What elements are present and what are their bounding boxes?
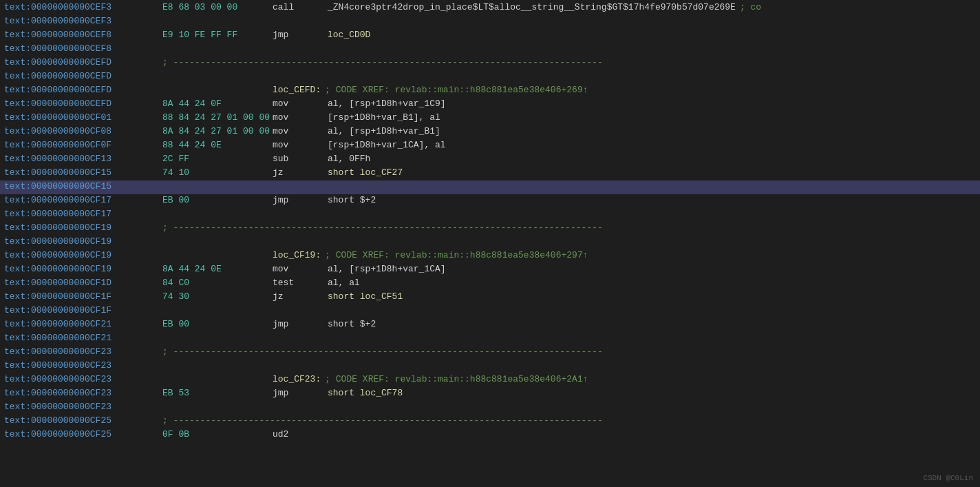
disassembly-view: text:00000000000CEF3E8 68 03 00 00call_Z… bbox=[0, 0, 980, 487]
operand: al, al bbox=[328, 277, 360, 290]
disasm-line[interactable]: text:00000000000CEFD bbox=[0, 70, 980, 84]
label: loc_CF23: bbox=[273, 373, 321, 386]
address: text:00000000000CF19 bbox=[4, 236, 162, 249]
disasm-line[interactable]: text:00000000000CF23 bbox=[0, 401, 980, 415]
disasm-line[interactable]: text:00000000000CEF3 bbox=[0, 15, 980, 29]
disasm-line[interactable]: text:00000000000CF23loc_CF23: ; CODE XRE… bbox=[0, 373, 980, 387]
disasm-line[interactable]: text:00000000000CF088A 84 24 27 01 00 00… bbox=[0, 125, 980, 139]
disasm-line[interactable]: text:00000000000CEF8E9 10 FE FF FFjmploc… bbox=[0, 29, 980, 43]
operand: short loc_CF78 bbox=[328, 387, 403, 400]
disasm-line[interactable]: text:00000000000CF198A 44 24 0Emoval, [r… bbox=[0, 263, 980, 277]
disasm-line[interactable]: text:00000000000CF1F74 30jzshort loc_CF5… bbox=[0, 291, 980, 304]
disasm-line[interactable]: text:00000000000CEF3E8 68 03 00 00call_Z… bbox=[0, 1, 980, 15]
disasm-line[interactable]: text:00000000000CF25; ------------------… bbox=[0, 415, 980, 428]
disasm-line[interactable]: text:00000000000CF1D84 C0testal, al bbox=[0, 277, 980, 291]
disasm-line[interactable]: text:00000000000CF1F bbox=[0, 304, 980, 318]
bytes: EB 00 bbox=[162, 194, 273, 207]
comment: ; co bbox=[740, 1, 761, 14]
mnemonic: jmp bbox=[273, 29, 328, 42]
separator-comment: ; --------------------------------------… bbox=[162, 415, 603, 428]
disasm-line[interactable]: text:00000000000CF19; ------------------… bbox=[0, 222, 980, 236]
mnemonic: jmp bbox=[273, 194, 328, 207]
address: text:00000000000CEFD bbox=[4, 84, 162, 97]
disasm-line[interactable]: text:00000000000CF21EB 00jmpshort $+2 bbox=[0, 318, 980, 332]
address: text:00000000000CF23 bbox=[4, 373, 162, 386]
address: text:00000000000CEFD bbox=[4, 70, 162, 83]
address: text:00000000000CF01 bbox=[4, 112, 162, 125]
mnemonic: jz bbox=[273, 167, 328, 180]
operand: short loc_CF51 bbox=[328, 291, 403, 304]
separator-comment: ; --------------------------------------… bbox=[162, 56, 603, 70]
address: text:00000000000CF23 bbox=[4, 360, 162, 373]
address: text:00000000000CF15 bbox=[4, 167, 162, 180]
bytes: 8A 44 24 0F bbox=[162, 98, 273, 111]
disasm-line[interactable]: text:00000000000CF23EB 53jmpshort loc_CF… bbox=[0, 387, 980, 401]
address: text:00000000000CF23 bbox=[4, 387, 162, 400]
disasm-line[interactable]: text:00000000000CF21 bbox=[0, 332, 980, 346]
disasm-line[interactable]: text:00000000000CEFD; ------------------… bbox=[0, 56, 980, 70]
bytes: E8 68 03 00 00 bbox=[162, 1, 273, 14]
address: text:00000000000CEF3 bbox=[4, 1, 162, 14]
disasm-line[interactable]: text:00000000000CF17EB 00jmpshort $+2 bbox=[0, 194, 980, 208]
address: text:00000000000CF19 bbox=[4, 249, 162, 262]
address: text:00000000000CF1F bbox=[4, 291, 162, 304]
mnemonic: ud2 bbox=[273, 428, 328, 442]
operand: [rsp+1D8h+var_1CA], al bbox=[328, 139, 446, 152]
mnemonic: test bbox=[273, 277, 328, 290]
disasm-line[interactable]: text:00000000000CEFDloc_CEFD: ; CODE XRE… bbox=[0, 84, 980, 98]
mnemonic: mov bbox=[273, 263, 328, 276]
bytes: EB 53 bbox=[162, 387, 273, 400]
bytes: 2C FF bbox=[162, 153, 273, 166]
bytes: E9 10 FE FF FF bbox=[162, 29, 273, 42]
mnemonic: jmp bbox=[273, 387, 328, 400]
operand: al, [rsp+1D8h+var_B1] bbox=[328, 125, 440, 138]
separator-comment: ; --------------------------------------… bbox=[162, 346, 603, 359]
address: text:00000000000CF13 bbox=[4, 153, 162, 166]
disasm-line[interactable]: text:00000000000CEF8 bbox=[0, 43, 980, 56]
disasm-line[interactable]: text:00000000000CF23; ------------------… bbox=[0, 346, 980, 360]
operand: al, [rsp+1D8h+var_1CA] bbox=[328, 263, 446, 276]
operand: short $+2 bbox=[328, 318, 376, 331]
operand: short $+2 bbox=[328, 194, 376, 207]
address: text:00000000000CEF8 bbox=[4, 43, 162, 56]
mnemonic: call bbox=[273, 1, 328, 14]
address: text:00000000000CF25 bbox=[4, 415, 162, 428]
disasm-line[interactable]: text:00000000000CF1574 10jzshort loc_CF2… bbox=[0, 167, 980, 180]
disasm-line[interactable]: text:00000000000CF17 bbox=[0, 208, 980, 222]
disasm-line[interactable]: text:00000000000CF0F88 44 24 0Emov[rsp+1… bbox=[0, 139, 980, 153]
operand: al, 0FFh bbox=[328, 153, 370, 166]
disasm-line[interactable]: text:00000000000CF19loc_CF19: ; CODE XRE… bbox=[0, 249, 980, 263]
bytes: 8A 84 24 27 01 00 00 bbox=[162, 125, 273, 138]
mnemonic: sub bbox=[273, 153, 328, 166]
address: text:00000000000CF0F bbox=[4, 139, 162, 152]
disasm-line[interactable]: text:00000000000CF0188 84 24 27 01 00 00… bbox=[0, 112, 980, 125]
watermark: CSDN @C0Lin bbox=[923, 473, 973, 484]
mnemonic: mov bbox=[273, 139, 328, 152]
label: loc_CEFD: bbox=[273, 84, 321, 97]
bytes: 84 C0 bbox=[162, 277, 273, 290]
address: text:00000000000CF25 bbox=[4, 428, 162, 442]
bytes: EB 00 bbox=[162, 318, 273, 331]
address: text:00000000000CF15 bbox=[4, 180, 162, 194]
disasm-line[interactable]: text:00000000000CF15 bbox=[0, 180, 980, 194]
bytes: 88 84 24 27 01 00 00 bbox=[162, 112, 273, 125]
operand: short loc_CF27 bbox=[328, 167, 403, 180]
disasm-line[interactable]: text:00000000000CF19 bbox=[0, 236, 980, 249]
bytes: 74 30 bbox=[162, 291, 273, 304]
disasm-line[interactable]: text:00000000000CF132C FFsubal, 0FFh bbox=[0, 153, 980, 167]
operand: [rsp+1D8h+var_B1], al bbox=[328, 112, 440, 125]
bytes: 0F 0B bbox=[162, 428, 273, 442]
address: text:00000000000CEFD bbox=[4, 98, 162, 111]
disasm-line[interactable]: text:00000000000CF23 bbox=[0, 360, 980, 373]
address: text:00000000000CF23 bbox=[4, 401, 162, 414]
address: text:00000000000CF1D bbox=[4, 277, 162, 290]
disasm-line[interactable]: text:00000000000CEFD8A 44 24 0Fmoval, [r… bbox=[0, 98, 980, 112]
xref-comment: ; CODE XREF: revlab::main::h88c881ea5e38… bbox=[325, 84, 588, 97]
disasm-line[interactable]: text:00000000000CF250F 0Bud2 bbox=[0, 428, 980, 442]
xref-comment: ; CODE XREF: revlab::main::h88c881ea5e38… bbox=[325, 373, 588, 386]
label: loc_CF19: bbox=[273, 249, 321, 262]
address: text:00000000000CEFD bbox=[4, 56, 162, 70]
address: text:00000000000CF21 bbox=[4, 332, 162, 345]
operand: _ZN4core3ptr42drop_in_place$LT$alloc__st… bbox=[328, 1, 736, 14]
address: text:00000000000CF17 bbox=[4, 194, 162, 207]
